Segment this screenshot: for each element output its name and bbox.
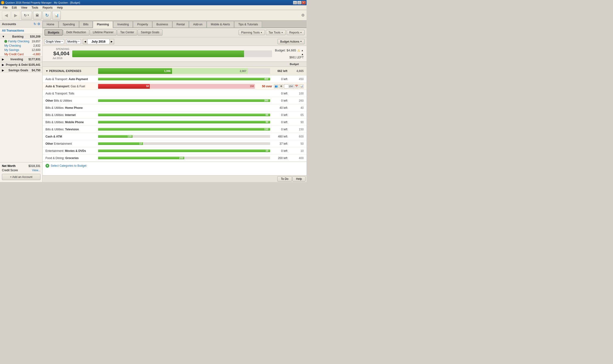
tab-mobile-alerts[interactable]: Mobile & Alerts [207,21,234,27]
groceries-name: Food & Dining: Groceries [45,156,98,160]
budget-scrollbar-down[interactable]: ▲ [301,53,304,55]
back-btn[interactable]: ◀ [2,11,11,20]
budget-total-row: Budget: $4,665 ⚠ ▲ [275,49,304,52]
add-categories-row[interactable]: + Select Categories to Budget [43,162,306,169]
investing-group-name: Investing [11,58,23,61]
budget-view-btn[interactable]: 📊 [52,11,61,20]
other-bills-name: Other Bills & Utilities [45,99,98,102]
menu-file[interactable]: File [1,5,9,10]
property-expand-icon: ▶ [2,63,4,66]
my-savings-name: My Savings [4,48,19,52]
tab-addon[interactable]: Add-on [189,21,206,27]
savings-goals-group-header[interactable]: ▶ Savings Goals $4,750 [0,68,42,73]
auto-payment-name: Auto & Transport: Auto Payment [45,78,98,81]
title-bar: Q Quicken 2016 Rental Property Manager -… [0,0,306,5]
gas-fuel-users-icon[interactable]: 👥 [274,84,278,89]
refresh-dropdown-btn[interactable]: ↻▼ [21,11,32,20]
tab-spending[interactable]: Spending [59,21,79,27]
subtab-lifetime-planner[interactable]: Lifetime Planner [90,29,117,36]
banking-group-name: Banking [12,35,24,38]
groceries-status: 200 left [270,156,289,160]
sidebar-refresh-icon[interactable]: ↻ [34,22,36,26]
maximize-btn[interactable]: □ [297,1,301,4]
sidebar-settings-icon[interactable]: ⚙ [37,22,40,26]
tolls-status: 0 left [270,92,289,95]
property-debt-group: ▶ Property & Debt $105,441 [0,62,42,67]
movies-dvds-fill: 10 [98,149,270,152]
investing-group-header[interactable]: ▶ Investing $177,931 [0,57,42,62]
account-item-my-savings[interactable]: My Savings 12,600 [0,48,42,52]
menu-reports[interactable]: Reports [41,5,54,10]
sidebar-bottom: Net Worth $318,331 Credit Score View... … [0,162,42,182]
tab-property[interactable]: Property [133,21,152,27]
tab-rental[interactable]: Rental [173,21,189,27]
mobile-phone-name: Bills & Utilities: Mobile Phone [45,120,98,124]
prev-month-btn[interactable]: ◀ [83,39,88,44]
home-phone-budget: 40 [289,106,304,110]
my-savings-balance: 12,600 [32,48,40,52]
tolls-name: Auto & Transport: Tolls [45,92,98,95]
tax-tools-arrow: ▼ [281,32,283,34]
minimize-btn[interactable]: ─ [293,1,297,4]
mobile-phone-budget: 90 [289,120,304,124]
all-transactions-link[interactable]: All Transactions [0,27,42,34]
settings-icon[interactable]: ⚙ [301,13,305,17]
menu-view[interactable]: View [19,5,29,10]
other-bills-budget: 260 [289,99,304,102]
account-item-family-checking[interactable]: Family Checking 19,657 [0,39,42,43]
tab-investing[interactable]: Investing [113,21,133,27]
add-account-button[interactable]: + Add an Account [2,174,40,180]
mobile-phone-fill: 90 [98,121,270,123]
tab-bills[interactable]: Bills [79,21,93,27]
account-item-my-credit-card[interactable]: My Credit Card -4,880 [0,52,42,56]
next-month-btn[interactable]: ▶ [109,39,114,44]
account-item-my-checking[interactable]: My Checking 2,832 [0,43,42,48]
television-status: 0 left [270,128,289,131]
period-select[interactable]: Monthly ▼ [66,39,81,44]
banking-expand-icon: ▼ [2,35,5,38]
forward-btn[interactable]: ▶ [12,11,20,20]
other-entertainment-bar-label: 13 [139,142,142,145]
close-btn[interactable]: ✕ [302,1,306,4]
tab-home[interactable]: Home [43,21,58,27]
view-select[interactable]: Graph View ▼ [44,39,64,44]
budget-actions-btn[interactable]: Budget Actions ▼ [278,39,305,44]
menu-help[interactable]: Help [55,5,65,10]
gas-fuel-budget-input[interactable] [284,84,293,89]
refresh-btn[interactable]: ↻ [43,11,51,20]
tab-tips-tutorials[interactable]: Tips & Tutorials [234,21,262,27]
reports-btn[interactable]: Reports ▼ [287,30,305,35]
todo-btn[interactable]: To Do [277,176,292,182]
row-home-phone: Bills & Utilities: Home Phone 40 left 40 [43,104,306,111]
subtab-debt-reduction[interactable]: Debt Reduction [63,29,89,36]
subtab-budgets[interactable]: Budgets [44,29,63,36]
gas-fuel-calendar-icon[interactable]: 📅 [294,84,299,89]
property-debt-group-header[interactable]: ▶ Property & Debt $105,441 [0,62,42,67]
gas-fuel-chart-icon[interactable]: 📊 [299,84,304,89]
row-internet: Bills & Utilities: Internet 65 0 left 65 [43,111,306,119]
tab-planning[interactable]: Planning [93,21,113,28]
gas-fuel-settings-icon[interactable]: ⚙ [279,84,283,89]
auto-payment-bar: 450 [98,78,270,80]
budget-table-container[interactable]: Budget ▼ PERSONAL EXPENSES 1,996 2,007 6… [43,62,306,175]
subtab-savings-goals[interactable]: Savings Goals [138,29,162,36]
subtab-tax-center[interactable]: Tax Center [117,29,137,36]
main-toolbar: ◀ ▶ ↻▼ 🏛 ↻ 📊 ⚙ [0,10,306,21]
group-expand-icon[interactable]: ▼ [45,69,49,73]
row-auto-payment: Auto & Transport: Auto Payment 450 0 lef… [43,76,306,83]
help-btn[interactable]: Help [292,176,306,182]
planning-tools-btn[interactable]: Planning Tools ▼ [239,30,265,35]
gas-fuel-bar-container: 50 150 [98,84,255,89]
menu-edit[interactable]: Edit [10,5,19,10]
tab-business[interactable]: Business [152,21,172,27]
menu-tools[interactable]: Tools [30,5,40,10]
movies-dvds-bar-container: 10 [98,149,270,152]
home-btn[interactable]: 🏛 [33,11,42,20]
tax-tools-btn[interactable]: Tax Tools ▼ [266,30,286,35]
banking-group-header[interactable]: ▼ Banking $30,209 [0,34,42,39]
credit-score-link[interactable]: View... [32,169,40,172]
budget-left-text: $661 LEFT [275,56,304,59]
budget-scrollbar-up[interactable]: ▲ [301,49,304,52]
cash-atm-track: 120 [98,135,270,138]
property-group-total: $105,441 [28,63,40,66]
